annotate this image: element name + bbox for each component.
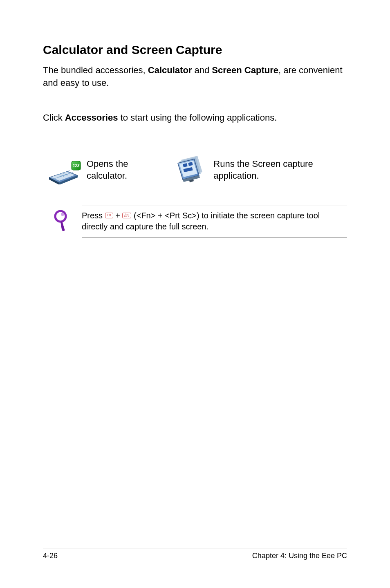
svg-point-11 — [61, 213, 64, 216]
apps-row: 123 Opens the calculator. — [43, 153, 347, 187]
svg-point-10 — [55, 211, 66, 222]
calculator-icon: 123 — [43, 156, 82, 184]
key-fn-icon: Fn — [105, 213, 113, 218]
intro-bold-screen-capture: Screen Capture — [212, 65, 278, 75]
key-prtsc-bot: Prt Sc — [124, 215, 130, 218]
intro-mid: and — [192, 65, 212, 75]
intro-prefix: The bundled accessories, — [43, 65, 148, 75]
note-box: Press Fn + InsPrt Sc (<Fn> + <Prt Sc>) t… — [53, 206, 347, 238]
note-plus: + — [113, 211, 123, 220]
click-suffix: to start using the following application… — [118, 112, 277, 123]
calculator-app-cell: 123 Opens the calculator. — [43, 156, 161, 184]
key-prtsc-icon: InsPrt Sc — [122, 213, 131, 218]
screen-capture-icon — [174, 153, 208, 187]
note-magnifier-icon — [53, 210, 69, 232]
intro-paragraph: The bundled accessories, Calculator and … — [43, 64, 347, 90]
svg-text:123: 123 — [73, 164, 80, 168]
click-paragraph: Click Accessories to start using the fol… — [43, 112, 347, 124]
screen-capture-app-cell: Runs the Screen capture application. — [174, 153, 347, 187]
page-footer: 4-26 Chapter 4: Using the Eee PC — [43, 548, 347, 560]
footer-chapter: Chapter 4: Using the Eee PC — [252, 552, 347, 560]
footer-page-number: 4-26 — [43, 552, 58, 560]
calculator-description: Opens the calculator. — [87, 158, 161, 182]
intro-bold-calculator: Calculator — [148, 65, 192, 75]
click-bold-accessories: Accessories — [65, 112, 118, 123]
section-title: Calculator and Screen Capture — [43, 43, 347, 57]
screen-capture-description: Runs the Screen capture application. — [213, 158, 347, 182]
click-prefix: Click — [43, 112, 65, 123]
note-press-text: Press — [82, 211, 105, 220]
note-content: Press Fn + InsPrt Sc (<Fn> + <Prt Sc>) t… — [82, 206, 347, 238]
